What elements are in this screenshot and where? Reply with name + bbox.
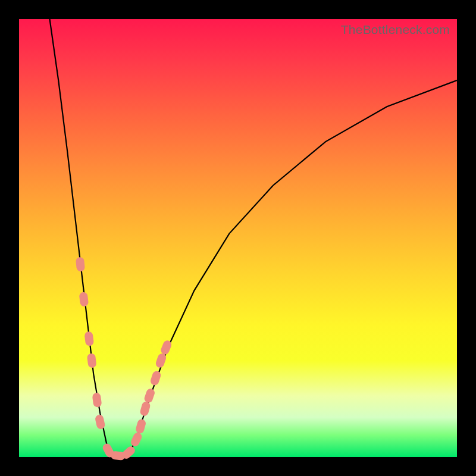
marker-pill	[149, 370, 162, 386]
marker-pill	[95, 414, 106, 430]
curve-right-branch	[129, 80, 457, 457]
marker-pill	[130, 431, 143, 448]
curve-group	[50, 19, 458, 457]
marker-pill	[143, 387, 156, 403]
chart-svg	[19, 19, 457, 457]
marker-group	[76, 257, 173, 461]
marker-pill	[76, 257, 85, 272]
outer-frame: TheBottleneck.com	[0, 0, 476, 476]
marker-pill	[79, 292, 89, 306]
marker-pill	[135, 418, 147, 434]
curve-left-branch	[50, 19, 111, 457]
marker-pill	[92, 392, 102, 408]
marker-pill	[87, 353, 97, 368]
plot-area: TheBottleneck.com	[19, 19, 457, 457]
marker-pill	[139, 401, 151, 417]
marker-pill	[84, 331, 94, 347]
